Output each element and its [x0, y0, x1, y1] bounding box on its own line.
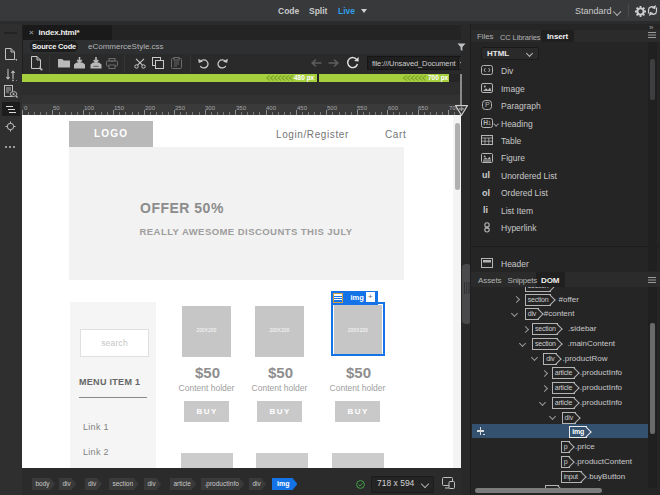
svg-text:1: 1 — [488, 120, 491, 126]
svg-text:P: P — [485, 101, 490, 108]
svg-text:480 px: 480 px — [294, 74, 315, 82]
svg-text:700 px: 700 px — [428, 74, 449, 82]
